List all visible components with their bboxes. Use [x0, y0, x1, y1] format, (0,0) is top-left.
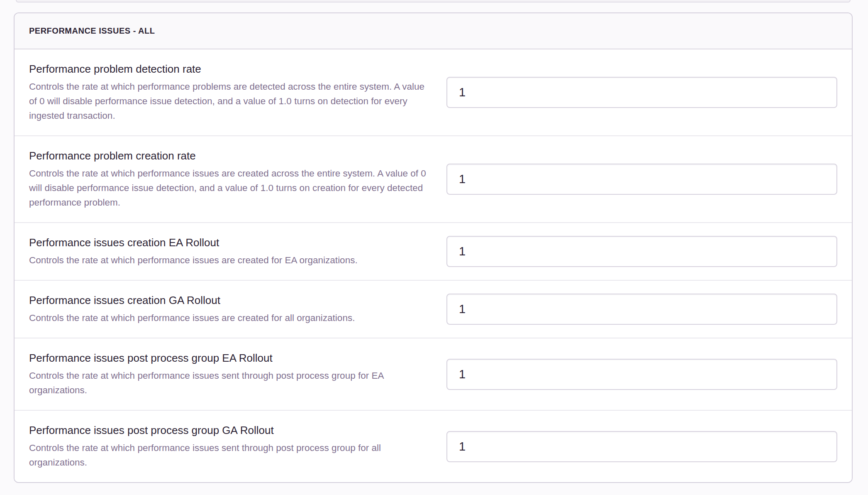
previous-card-bottom-edge	[16, 0, 851, 2]
field-label: Performance problem creation rate	[29, 149, 430, 163]
field-row: Performance issues creation GA Rollout C…	[15, 280, 852, 338]
field-help-text: Controls the rate at which performance i…	[29, 441, 430, 470]
field-help-text: Controls the rate at which performance i…	[29, 368, 430, 397]
field-value-input[interactable]	[446, 294, 837, 325]
panel-header: PERFORMANCE ISSUES - ALL	[15, 13, 852, 49]
field-control	[446, 359, 837, 390]
field-control	[446, 294, 837, 325]
field-info: Performance issues creation GA Rollout C…	[29, 293, 430, 325]
field-info: Performance problem detection rate Contr…	[29, 62, 430, 123]
field-help-text: Controls the rate at which performance i…	[29, 166, 430, 210]
field-control	[446, 77, 837, 108]
field-control	[446, 164, 837, 195]
field-label: Performance problem detection rate	[29, 62, 430, 76]
field-control	[446, 431, 837, 462]
field-value-input[interactable]	[446, 77, 837, 108]
field-help-text: Controls the rate at which performance p…	[29, 79, 430, 123]
field-row: Performance issues creation EA Rollout C…	[15, 222, 852, 280]
field-value-input[interactable]	[446, 236, 837, 267]
field-value-input[interactable]	[446, 359, 837, 390]
field-label: Performance issues post process group GA…	[29, 423, 430, 437]
field-row: Performance problem detection rate Contr…	[15, 49, 852, 135]
field-help-text: Controls the rate at which performance i…	[29, 311, 430, 325]
field-control	[446, 236, 837, 267]
field-row: Performance problem creation rate Contro…	[15, 135, 852, 222]
settings-page: { "theme": { "page_bg": "#fbfafc", "card…	[0, 0, 868, 495]
field-value-input[interactable]	[446, 431, 837, 462]
field-label: Performance issues creation EA Rollout	[29, 235, 430, 250]
performance-issues-panel: PERFORMANCE ISSUES - ALL Performance pro…	[14, 12, 853, 483]
field-row: Performance issues post process group GA…	[15, 410, 852, 482]
field-info: Performance issues creation EA Rollout C…	[29, 235, 430, 267]
field-label: Performance issues post process group EA…	[29, 351, 430, 365]
field-info: Performance issues post process group GA…	[29, 423, 430, 470]
panel-title: PERFORMANCE ISSUES - ALL	[29, 26, 155, 36]
field-help-text: Controls the rate at which performance i…	[29, 253, 430, 267]
field-row: Performance issues post process group EA…	[15, 338, 852, 410]
field-info: Performance issues post process group EA…	[29, 351, 430, 397]
field-label: Performance issues creation GA Rollout	[29, 293, 430, 307]
panel-body: Performance problem detection rate Contr…	[15, 49, 852, 482]
field-value-input[interactable]	[446, 164, 837, 195]
field-info: Performance problem creation rate Contro…	[29, 149, 430, 210]
